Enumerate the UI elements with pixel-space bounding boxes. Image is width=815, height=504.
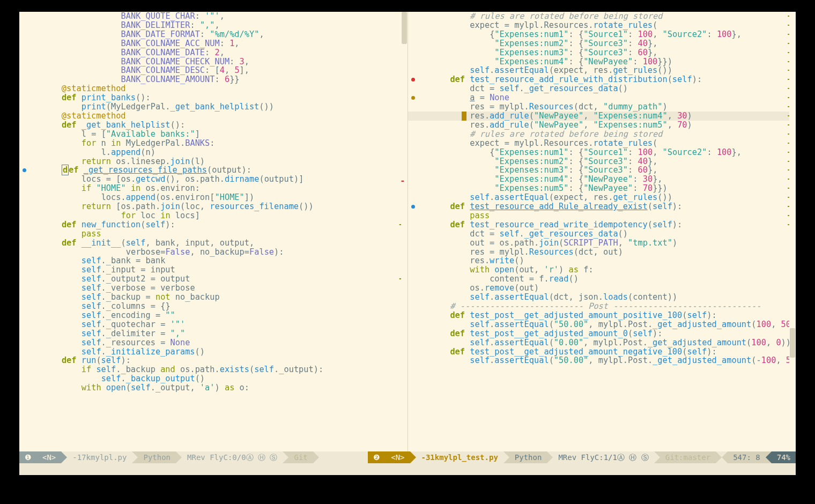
code-line[interactable]: self.assertEqual(dct, json.loads(content… xyxy=(408,293,796,302)
code-line[interactable]: return [os.path.join(loc, resources_file… xyxy=(19,202,408,211)
code-line[interactable]: self._quotechar = '"' xyxy=(19,320,408,329)
modeline-right[interactable]: ❷ <N> - 31k mylpl_test.py Python MRev Fl… xyxy=(368,451,796,463)
code-line[interactable]: def test_post__get_adjusted_amount_posit… xyxy=(408,311,796,320)
code-line[interactable]: a = None+ xyxy=(408,93,796,102)
code-right[interactable]: # rules are rotated before being stored+… xyxy=(408,12,796,365)
code-line[interactable]: "Expenses:num5": {"NewPayee": 70}})+ xyxy=(408,184,796,193)
code-line[interactable]: "Expenses:num3": {"Source3": 60},+ xyxy=(408,48,796,57)
git-right: Git:master xyxy=(660,451,716,463)
code-line[interactable]: "Expenses:num4": {"NewPayee": 100}})+ xyxy=(408,57,796,66)
minibuffer[interactable] xyxy=(19,463,796,475)
window-number-right: ❷ xyxy=(368,451,386,463)
code-line[interactable]: l.append(n) xyxy=(19,148,408,157)
code-line[interactable]: pass xyxy=(19,229,408,239)
split-panes: BANK_QUOTE_CHAR: '"', BANK_DELIMITER: ",… xyxy=(19,12,796,451)
right-pane[interactable]: # rules are rotated before being stored+… xyxy=(408,12,796,451)
left-pane[interactable]: BANK_QUOTE_CHAR: '"', BANK_DELIMITER: ",… xyxy=(19,12,408,451)
code-line[interactable]: out = os.path.join(SCRIPT_PATH, "tmp.txt… xyxy=(408,239,796,248)
code-line[interactable]: "Expenses:num2": {"Source3": 40},+ xyxy=(408,39,796,48)
code-line[interactable]: expect = mylpl.Resources.rotate_rules(+ xyxy=(408,139,796,148)
code-line[interactable]: BANK_COLNAME_AMOUNT: 6}} xyxy=(19,75,408,84)
code-line[interactable]: "Expenses:num2": {"Source3": 40},+ xyxy=(408,157,796,166)
code-line[interactable]: @staticmethod xyxy=(19,112,408,121)
code-line[interactable]: for n in MyLedgerPal.BANKS: xyxy=(19,139,408,148)
git-left: Git xyxy=(288,451,313,463)
code-line[interactable]: res.add_rule("NewPayee", "Expenses:num5"… xyxy=(408,121,796,130)
code-line[interactable]: return os.linesep.join(l) xyxy=(19,157,408,166)
code-line[interactable]: with open(self._output, 'a') as o: xyxy=(19,383,408,392)
code-line[interactable]: dct = self._get_resources_data() xyxy=(408,229,796,239)
code-line[interactable]: os.remove(out) xyxy=(408,284,796,293)
code-line[interactable]: # ------------------------- Post -------… xyxy=(408,302,796,311)
code-line[interactable]: {"Expenses:num1": {"Source1": 100, "Sour… xyxy=(408,30,796,39)
code-line[interactable]: if self._backup and os.path.exists(self.… xyxy=(19,365,408,374)
code-line[interactable]: l = ["Available banks:"] xyxy=(19,130,408,139)
code-line[interactable]: locs = [os.getcwd(), os.path.dirname(out… xyxy=(19,175,408,184)
code-line[interactable]: res = mylpl.Resources(dct, "dummy_path")… xyxy=(408,102,796,112)
code-line[interactable]: print(MyLedgerPal._get_bank_helplist()) xyxy=(19,102,408,112)
code-line[interactable]: self.assertEqual(expect, res.get_rules()… xyxy=(408,66,796,75)
code-line[interactable]: self._output2 = output+ xyxy=(19,275,408,284)
code-line[interactable]: self._backup_output() xyxy=(19,374,408,383)
code-line[interactable]: def print_banks(): xyxy=(19,93,408,102)
code-line[interactable]: @staticmethod xyxy=(19,84,408,93)
code-line[interactable]: BANK_COLNAME_DESC: [4, 5], xyxy=(19,66,408,75)
modeline-left[interactable]: ❶ <N> - 17k mylpl.py Python MRev FlyC:0/… xyxy=(19,451,368,463)
code-line[interactable]: self.assertEqual(expect, res.get_rules()… xyxy=(408,193,796,202)
evil-state-left: <N> xyxy=(37,451,61,463)
code-line[interactable]: BANK_COLNAME_CHECK_NUM: 3, xyxy=(19,57,408,66)
code-line[interactable]: "Expenses:num3": {"Source3": 60},+ xyxy=(408,166,796,175)
scrollbar-right[interactable] xyxy=(789,12,796,451)
code-line[interactable]: res = mylpl.Resources(dct, out) xyxy=(408,248,796,257)
code-line[interactable]: def _get_bank_helplist(): xyxy=(19,121,408,130)
code-line[interactable]: res.add_rule("NewPayee", "Expenses:num4"… xyxy=(408,112,796,121)
fringe-dot-icon xyxy=(411,78,415,81)
code-line[interactable]: def test_resource_read_write_idempotency… xyxy=(408,220,796,229)
code-line[interactable]: def test_post__get_adjusted_amount_negat… xyxy=(408,347,796,357)
code-line[interactable]: BANK_QUOTE_CHAR: '"', xyxy=(19,12,408,21)
code-line[interactable]: content = f.read() xyxy=(408,275,796,284)
code-line[interactable]: # rules are rotated before being stored+ xyxy=(408,12,796,21)
code-line[interactable]: self.assertEqual("50.00", mylpl.Post._ge… xyxy=(408,320,796,329)
code-line[interactable]: self._backup = not no_backup xyxy=(19,293,408,302)
code-line[interactable]: "Expenses:num4": {"NewPayee": 30},+ xyxy=(408,175,796,184)
code-line[interactable]: self._verbose = verbose xyxy=(19,284,408,293)
code-line[interactable]: pass+ xyxy=(408,211,796,220)
code-line[interactable]: verbose=False, no_backup=False): xyxy=(19,248,408,257)
code-line[interactable]: def new_function(self):+ xyxy=(19,220,408,229)
code-line[interactable]: def __init__(self, bank, input, output, xyxy=(19,239,408,248)
code-line[interactable]: locs.append(os.environ["HOME"]) xyxy=(19,193,408,202)
code-line[interactable]: # rules are rotated before being stored+ xyxy=(408,130,796,139)
code-line[interactable]: BANK_DATE_FORMAT: "%m/%d/%Y", xyxy=(19,30,408,39)
code-line[interactable]: def test_resource_add_Rule_already_exist… xyxy=(408,202,796,211)
code-line[interactable]: self._resources = None xyxy=(19,338,408,347)
code-line[interactable]: expect = mylpl.Resources.rotate_rules(+ xyxy=(408,21,796,30)
fringe-dot-icon xyxy=(23,168,26,172)
code-line[interactable]: def _get_resources_file_paths(output): xyxy=(19,166,408,175)
scrollbar-left[interactable] xyxy=(401,12,408,451)
code-line[interactable]: dct = self._get_resources_data()+ xyxy=(408,84,796,93)
code-line[interactable]: self._columns = {} xyxy=(19,302,408,311)
code-line[interactable]: BANK_COLNAME_DATE: 2, xyxy=(19,48,408,57)
code-line[interactable]: self._initialize_params() xyxy=(19,347,408,357)
file-info-right: - 31k mylpl_test.py xyxy=(416,451,503,463)
code-line[interactable]: res.write() xyxy=(408,256,796,265)
code-line[interactable]: def test_post__get_adjusted_amount_0(sel… xyxy=(408,329,796,338)
code-line[interactable]: def run(self): xyxy=(19,356,408,365)
code-line[interactable]: for loc in locs] xyxy=(19,211,408,220)
code-line[interactable]: BANK_COLNAME_ACC_NUM: 1, xyxy=(19,39,408,48)
code-line[interactable]: self._encoding = "" xyxy=(19,311,408,320)
code-line[interactable]: self._input = input xyxy=(19,265,408,275)
code-line[interactable]: with open(out, 'r') as f: xyxy=(408,265,796,275)
code-line[interactable]: self.assertEqual("50.00", mylpl.Post._ge… xyxy=(408,356,796,365)
minor-modes-left: MRev FlyC:0/0 Ⓐ Ⓗ Ⓢ xyxy=(182,451,283,463)
fringe-dot-icon xyxy=(411,205,415,209)
code-line[interactable]: {"Expenses:num1": {"Source1": 100, "Sour… xyxy=(408,148,796,157)
code-left[interactable]: BANK_QUOTE_CHAR: '"', BANK_DELIMITER: ",… xyxy=(19,12,408,392)
code-line[interactable]: self.assertEqual("0.00", mylpl.Post._get… xyxy=(408,338,796,347)
code-line[interactable]: if "HOME" in os.environ: xyxy=(19,184,408,193)
code-line[interactable]: self._delimiter = "," xyxy=(19,329,408,338)
code-line[interactable]: def test_resource_add_rule_with_distribu… xyxy=(408,75,796,84)
code-line[interactable]: self._bank = bank xyxy=(19,256,408,265)
code-line[interactable]: BANK_DELIMITER: ",", xyxy=(19,21,408,30)
